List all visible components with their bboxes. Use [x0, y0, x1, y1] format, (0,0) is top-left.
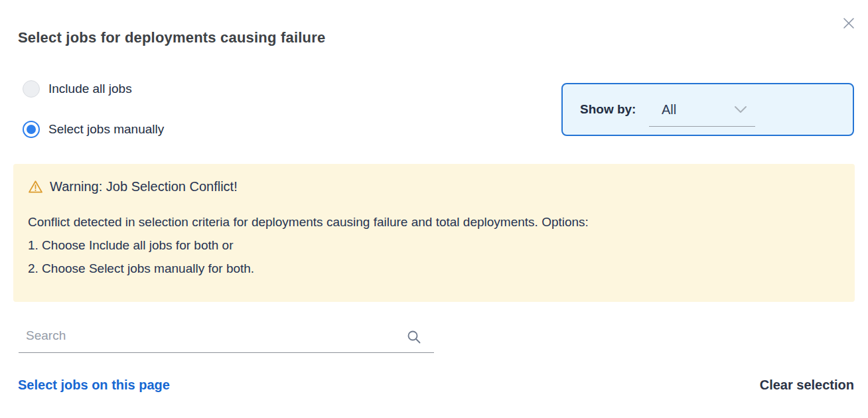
- radio-label-include-all-jobs: Include all jobs: [48, 82, 132, 96]
- show-by-panel: Show by: All: [561, 83, 854, 136]
- search-input[interactable]: [19, 322, 434, 352]
- search-button[interactable]: [405, 328, 423, 346]
- radio-option-select-jobs-manually[interactable]: Select jobs manually: [23, 121, 164, 138]
- warning-header: Warning: Job Selection Conflict!: [28, 178, 839, 194]
- show-by-select[interactable]: All: [649, 93, 755, 127]
- radio-dot: [27, 125, 36, 134]
- radio-option-include-all-jobs[interactable]: Include all jobs: [23, 80, 132, 98]
- chevron-down-icon: [734, 105, 747, 113]
- close-icon: [842, 17, 855, 30]
- radio-selected-icon[interactable]: [23, 121, 40, 138]
- modal-title: Select jobs for deployments causing fail…: [18, 29, 325, 46]
- select-jobs-on-page-link[interactable]: Select jobs on this page: [18, 378, 170, 393]
- warning-icon: [28, 180, 43, 194]
- close-button[interactable]: [837, 12, 860, 35]
- warning-option-2: 2. Choose Select jobs manually for both.: [28, 257, 839, 280]
- radio-unselected-icon[interactable]: [23, 80, 40, 98]
- search-field: [19, 322, 434, 353]
- show-by-label: Show by:: [580, 102, 636, 117]
- show-by-selected-value: All: [662, 102, 676, 117]
- warning-option-1: 1. Choose Include all jobs for both or: [28, 234, 839, 257]
- warning-banner: Warning: Job Selection Conflict! Conflic…: [13, 164, 855, 302]
- radio-label-select-jobs-manually: Select jobs manually: [48, 122, 164, 137]
- warning-body-text: Conflict detected in selection criteria …: [28, 210, 839, 234]
- search-icon: [406, 329, 422, 345]
- warning-title: Warning: Job Selection Conflict!: [50, 178, 238, 194]
- clear-selection-button[interactable]: Clear selection: [760, 378, 854, 393]
